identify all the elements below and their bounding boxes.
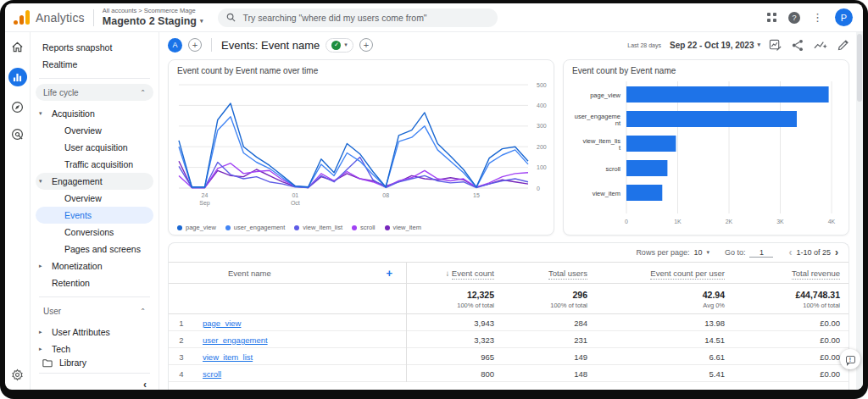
- cell-revenue: £0.00: [737, 335, 849, 345]
- sidebar-item-engagement[interactable]: ▾Engagement: [36, 173, 153, 190]
- sidebar-item-acquisition[interactable]: ▾Acquisition: [31, 105, 159, 122]
- scrollbar-thumb[interactable]: [857, 34, 862, 102]
- legend-item[interactable]: scroll: [352, 224, 376, 231]
- insights-icon[interactable]: [814, 39, 827, 51]
- kebab-menu-icon[interactable]: ⋮: [812, 12, 823, 23]
- advertising-icon[interactable]: [11, 128, 24, 141]
- sidebar-item-conversions[interactable]: Conversions: [31, 224, 159, 241]
- divider: [39, 78, 150, 79]
- breadcrumb[interactable]: All accounts > Scommerce Mage: [103, 8, 203, 15]
- sidebar-item-events[interactable]: Events: [36, 207, 153, 224]
- divider: [211, 38, 212, 52]
- sidebar-item-reports-snapshot[interactable]: Reports snapshot: [31, 39, 159, 56]
- home-icon[interactable]: [11, 41, 24, 53]
- chevron-collapsed-icon: ▸: [39, 263, 46, 269]
- icon-rail: [5, 32, 31, 390]
- row-number: 2: [169, 335, 194, 345]
- divider: [93, 9, 94, 26]
- sidebar-item-overview[interactable]: Overview: [31, 190, 159, 207]
- help-icon[interactable]: ?: [788, 12, 800, 24]
- cell-total-users: 231: [506, 335, 599, 345]
- svg-text:15: 15: [473, 192, 480, 198]
- add-comparison-button[interactable]: +: [188, 38, 202, 52]
- sidebar-item-realtime[interactable]: Realtime: [31, 56, 159, 73]
- date-range-picker[interactable]: Sep 22 - Oct 19, 2023▾: [670, 41, 760, 50]
- line-chart-legend: page_viewuser_engagementview_item_listsc…: [177, 224, 545, 231]
- column-header-event-name[interactable]: Event name: [228, 269, 271, 278]
- legend-item[interactable]: page_view: [177, 224, 216, 231]
- goto-page-input[interactable]: 1: [749, 248, 773, 258]
- event-name-link[interactable]: scroll: [203, 369, 221, 379]
- legend-item[interactable]: view_item: [385, 224, 421, 231]
- scrollbar[interactable]: [856, 32, 863, 390]
- svg-text:1K: 1K: [674, 219, 682, 224]
- explore-icon[interactable]: [11, 101, 24, 114]
- svg-text:t: t: [619, 144, 621, 152]
- add-column-button[interactable]: +: [386, 267, 406, 280]
- line-chart: 010020030040050024Sep01Oct0815: [177, 78, 560, 219]
- svg-text:3K: 3K: [776, 219, 784, 224]
- event-name-link[interactable]: view_item_list: [203, 352, 253, 362]
- add-report-tab-button[interactable]: +: [359, 38, 373, 52]
- line-chart-title: Event count by Event name over time: [177, 66, 545, 75]
- property-name[interactable]: Magento 2 Staging: [103, 15, 197, 27]
- sidebar-item-traffic-acquisition[interactable]: Traffic acquisition: [31, 156, 159, 173]
- analytics-logo-icon[interactable]: [14, 10, 30, 25]
- column-header-total-users[interactable]: Total users: [506, 269, 599, 278]
- column-header-event-count[interactable]: ↓ Event count: [406, 263, 506, 283]
- sidebar-item-label: Realtime: [42, 59, 77, 69]
- avatar[interactable]: P: [835, 8, 853, 26]
- event-name-link[interactable]: user_engagement: [203, 335, 268, 345]
- legend-dot-icon: [385, 225, 390, 230]
- legend-item[interactable]: user_engagement: [225, 224, 285, 231]
- report-status-pill[interactable]: ✓ ▾: [326, 38, 353, 53]
- next-page-button[interactable]: ›: [835, 247, 838, 258]
- search-input[interactable]: Try searching "where did my users come f…: [218, 8, 498, 27]
- sidebar-item-monetization[interactable]: ▸Monetization: [31, 258, 159, 274]
- event-name-link[interactable]: page_view: [203, 319, 241, 328]
- gear-icon[interactable]: [11, 369, 24, 381]
- legend-dot-icon: [225, 225, 231, 230]
- table-totals-row: 12,325100% of total 296100% of total 42.…: [169, 284, 849, 314]
- sidebar-item-retention[interactable]: Retention: [31, 274, 159, 291]
- sidebar-item-label: Engagement: [52, 176, 103, 186]
- prev-page-button[interactable]: ‹: [788, 247, 792, 258]
- bar-chart-title: Event count by Event name: [572, 66, 840, 75]
- row-number: 4: [169, 369, 194, 379]
- column-header-total-revenue[interactable]: Total revenue: [737, 269, 849, 278]
- collapse-sidebar-button[interactable]: ‹: [31, 379, 159, 390]
- sidebar-item-label: Reports snapshot: [42, 42, 112, 53]
- bar-chart: 01K2K3K4Kpage_viewuser_engagementview_it…: [572, 78, 840, 229]
- sidebar-item-tech[interactable]: ▸Tech: [31, 341, 159, 357]
- chevron-down-icon: ▾: [757, 42, 760, 48]
- sidebar-item-library[interactable]: Library: [31, 357, 159, 368]
- sidebar-item-user-attributes[interactable]: ▸User Attributes: [31, 324, 159, 341]
- legend-item[interactable]: view_item_list: [294, 224, 342, 231]
- chevron-down-icon: ▾: [344, 42, 348, 48]
- rows-per-page-select[interactable]: Rows per page:10▾: [636, 248, 709, 257]
- edit-comparisons-icon[interactable]: [769, 39, 782, 52]
- sidebar-item-overview[interactable]: Overview: [31, 122, 159, 139]
- edit-pencil-icon[interactable]: [837, 39, 849, 51]
- sidebar-item-label: User acquisition: [64, 142, 128, 152]
- sidebar-item-user-acquisition[interactable]: User acquisition: [31, 139, 159, 156]
- reports-icon[interactable]: [8, 68, 27, 86]
- cell-total-users: 149: [506, 352, 599, 362]
- cell-per-user: 13.98: [599, 319, 737, 328]
- sidebar-item-label: Traffic acquisition: [64, 159, 133, 169]
- svg-text:24: 24: [202, 192, 209, 198]
- cell-revenue: £0.00: [737, 352, 849, 362]
- svg-text:0: 0: [537, 186, 540, 191]
- svg-text:300: 300: [537, 123, 547, 129]
- sidebar-item-life-cycle[interactable]: Life cycle⌃: [36, 84, 153, 101]
- sidebar-item-pages-and-screens[interactable]: Pages and screens: [31, 241, 159, 258]
- apps-grid-icon[interactable]: [767, 13, 776, 22]
- feedback-button[interactable]: !: [840, 349, 860, 369]
- account-breadcrumb[interactable]: All accounts > Scommerce Mage Magento 2 …: [103, 8, 203, 27]
- sidebar-item-user[interactable]: User⌃: [36, 302, 153, 319]
- column-header-event-count-per-user[interactable]: Event count per user: [599, 269, 737, 278]
- comparison-chip[interactable]: A: [168, 38, 182, 53]
- analytics-app: Analytics All accounts > Scommerce Mage …: [5, 3, 863, 390]
- table-controls: Rows per page:10▾ Go to:1 ‹1-10 of 25›: [169, 243, 849, 262]
- share-icon[interactable]: [792, 39, 804, 52]
